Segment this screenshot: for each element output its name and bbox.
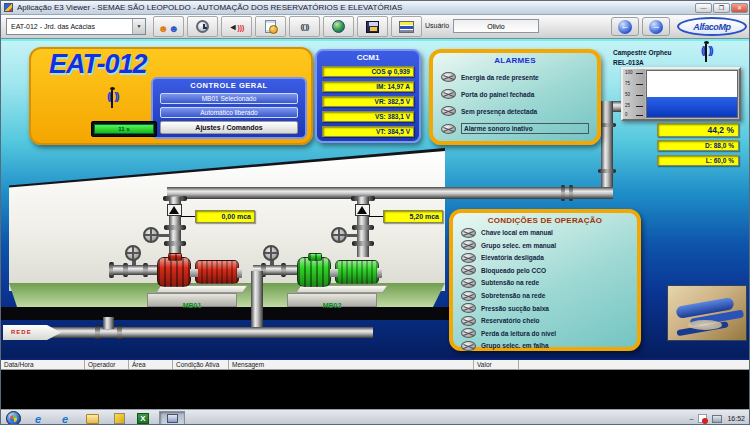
toolbar-button-users[interactable]: ☻☻	[153, 16, 184, 37]
condition-item: Perda da leitura do nível	[453, 328, 637, 338]
scada-canvas: EAT-012 (()) 11 s 12 s CONTROLE GERAL MB…	[1, 39, 750, 358]
pump-mb02[interactable]	[297, 255, 379, 287]
chevron-down-icon[interactable]: ▼	[132, 19, 145, 34]
ccm-voltage-t: VT: 384,5 V	[322, 126, 414, 137]
alarm-item: Alarme sonoro inativo	[433, 123, 597, 134]
station-panel: EAT-012 (()) 11 s 12 s CONTROLE GERAL MB…	[29, 47, 313, 145]
pump1-volute	[157, 257, 191, 287]
main-discharge-pipe	[167, 187, 613, 199]
taskbar-item-browser[interactable]: e	[31, 412, 45, 425]
taskbar-item-e3viewer-active[interactable]	[159, 411, 185, 425]
pump1-check-valve-icon	[169, 206, 179, 214]
pump1-motor	[195, 260, 239, 284]
tray-hidden-icons[interactable]: ‒	[690, 415, 694, 422]
status-crossed-icon	[441, 72, 456, 82]
setpoint-on-display: L: 60,0 %	[657, 155, 739, 166]
speaker-icon: ◄)))	[229, 22, 245, 32]
station-selector-value: EAT-012 - Jrd. das Acácias	[11, 23, 95, 30]
pump2-downcomer	[251, 271, 263, 333]
taskbar-item-explorer[interactable]	[85, 412, 99, 425]
tray-network-icon[interactable]	[712, 415, 722, 423]
condition-item: Grupo selec. em manual	[453, 240, 637, 250]
pump2-volute	[297, 257, 331, 287]
close-button[interactable]: ✕	[731, 3, 748, 13]
status-crossed-icon	[441, 106, 456, 116]
user-label: Usuário	[425, 22, 449, 29]
status-crossed-icon	[461, 328, 476, 338]
condition-item: Bloqueado pelo CCO	[453, 265, 637, 275]
minimize-button[interactable]: —	[695, 3, 712, 13]
system-tray: ‒ 16:52	[690, 410, 749, 425]
log-column-operator: Operador	[85, 360, 129, 369]
alarms-title: ALARMES	[433, 56, 597, 65]
taskbar-item-internet-explorer[interactable]: e	[58, 412, 72, 425]
restore-button[interactable]: ❐	[713, 3, 730, 13]
auto-mode-button[interactable]: Automático liberado	[160, 107, 298, 118]
log-column-value: Valor	[474, 360, 519, 369]
toolbar-button-clock[interactable]	[187, 16, 218, 37]
toolbar-button-web[interactable]	[323, 16, 354, 37]
taskbar-clock[interactable]: 16:52	[727, 415, 745, 422]
log-column-condition: Condição Ativa	[173, 360, 229, 369]
status-crossed-icon	[461, 316, 476, 326]
alarm-log-body[interactable]	[1, 370, 750, 409]
pump2-label: MB02	[323, 302, 342, 309]
e3-app-icon	[167, 414, 178, 423]
alarms-panel: ALARMES Energia da rede presente Porta d…	[429, 49, 601, 145]
tray-alert-icon[interactable]	[698, 414, 707, 423]
toolbar-button-report[interactable]	[255, 16, 286, 37]
levels-icon	[399, 21, 414, 33]
alarm-item: Energia da rede presente	[433, 72, 597, 82]
alarm-log-header: Data/Hora Operador Área Condição Ativa M…	[1, 358, 750, 370]
station-selector[interactable]: EAT-012 - Jrd. das Acácias ▼	[6, 18, 146, 35]
window-title: Aplicação E3 Viewer - SEMAE SÃO LEOPOLDO…	[17, 3, 695, 12]
status-crossed-icon	[441, 89, 456, 99]
selected-group-button[interactable]: MB01 Selecionado	[160, 93, 298, 104]
adjust-commands-button[interactable]: Ajustes / Comandos	[160, 121, 298, 134]
ccm-title: CCM1	[322, 53, 414, 62]
pump2-motor	[335, 260, 379, 284]
start-button[interactable]	[6, 411, 21, 425]
conditions-title: CONDIÇÕES DE OPERAÇÃO	[453, 216, 637, 225]
condition-item: Grupo selec. em falha	[453, 341, 637, 351]
condition-item: Reservatório cheio	[453, 316, 637, 326]
level-display: 44,2 %	[657, 123, 739, 137]
condition-item: Elevatória desligada	[453, 253, 637, 263]
radio-icon: (( ))	[301, 22, 309, 31]
ccm-current: IM: 14,97 A	[322, 81, 414, 92]
pump1-label: MB01	[183, 302, 202, 309]
alfacomp-logo: AlfacoMp	[677, 17, 747, 36]
status-crossed-icon	[461, 341, 476, 351]
status-crossed-icon	[461, 228, 476, 238]
app-icon	[4, 3, 13, 12]
pump2-check-valve-icon	[357, 206, 367, 214]
excel-icon: X	[137, 413, 149, 424]
pump-mb01[interactable]	[157, 255, 239, 287]
toolbar-button-archive[interactable]	[357, 16, 388, 37]
pump2-gate-valve-wheel	[331, 227, 347, 243]
nav-forward-button[interactable]: →	[642, 17, 670, 36]
taskbar-item-app[interactable]	[112, 412, 126, 425]
title-bar[interactable]: Aplicação E3 Viewer - SEMAE SÃO LEOPOLDO…	[1, 1, 750, 15]
tank-fill	[647, 97, 737, 117]
setpoint-off-display: D: 88,0 %	[657, 140, 739, 151]
nav-back-button[interactable]: ←	[611, 17, 639, 36]
folder-icon	[86, 414, 99, 424]
taskbar-item-excel[interactable]: X	[136, 412, 150, 425]
pump1-pressure-display: 0,00 mca	[195, 210, 255, 223]
log-column-message: Mensagem	[229, 360, 474, 369]
ccm-voltage-s: VS: 383,1 V	[322, 111, 414, 122]
log-column-area: Área	[129, 360, 173, 369]
station-antenna-icon: (())	[107, 87, 118, 105]
floor-shadow	[1, 307, 475, 320]
user-field[interactable]	[453, 19, 539, 33]
tank-well	[646, 70, 738, 118]
toolbar-button-alarm-speaker[interactable]: ◄)))	[221, 16, 252, 37]
radio-signal-display: 11 s	[94, 124, 154, 134]
control-panel-title: CONTROLE GERAL	[160, 81, 298, 90]
suction-tee-stub	[103, 317, 114, 329]
tank-level-scale: 100 75 50 25 0	[623, 69, 645, 119]
toolbar-button-radio-link[interactable]: (( ))	[289, 16, 320, 37]
toolbar-button-levels[interactable]	[391, 16, 422, 37]
pump1-suction-valve-wheel	[125, 245, 141, 261]
